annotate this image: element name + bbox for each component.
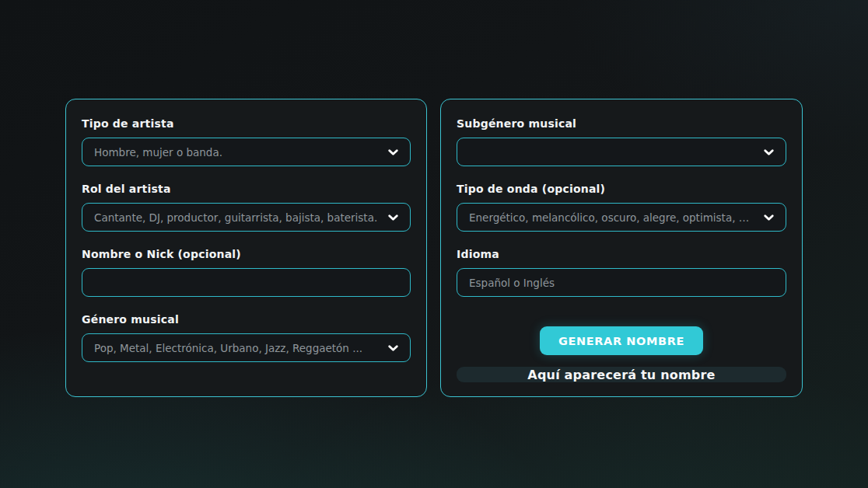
chevron-down-icon [387, 341, 400, 354]
tipo-de-onda-select[interactable]: Energético, melancólico, oscuro, alegre,… [457, 203, 786, 232]
tipo-de-artista-select[interactable]: Hombre, mujer o banda. [82, 138, 411, 166]
field-tipo-de-onda: Tipo de onda (opcional) Energético, mela… [457, 183, 786, 232]
rol-del-artista-label: Rol del artista [82, 183, 411, 196]
result-name-box: Aquí aparecerá tu nombre [457, 367, 786, 382]
subgenero-musical-label: Subgénero musical [457, 117, 786, 131]
chevron-down-icon [387, 211, 400, 224]
genero-musical-label: Género musical [82, 313, 411, 326]
nombre-nick-label: Nombre o Nick (opcional) [82, 248, 411, 261]
generator-panel: Subgénero musical Tipo de onda (opcional… [440, 99, 803, 397]
rol-del-artista-select[interactable]: Cantante, DJ, productor, guitarrista, ba… [82, 203, 411, 232]
chevron-down-icon [762, 145, 775, 159]
field-genero-musical: Género musical Pop, Metal, Electrónica, … [82, 313, 411, 362]
chevron-down-icon [762, 211, 775, 224]
page-background: Tipo de artista Hombre, mujer o banda. R… [0, 0, 868, 488]
select-placeholder: Hombre, mujer o banda. [94, 146, 379, 159]
field-nombre-nick: Nombre o Nick (opcional) [82, 248, 411, 297]
tipo-de-artista-label: Tipo de artista [82, 117, 411, 131]
subgenero-musical-select[interactable] [457, 138, 786, 166]
nombre-nick-field [82, 268, 411, 297]
idioma-label: Idioma [457, 248, 786, 261]
idioma-field [457, 268, 786, 297]
field-rol-del-artista: Rol del artista Cantante, DJ, productor,… [82, 183, 411, 232]
artist-form-panel: Tipo de artista Hombre, mujer o banda. R… [65, 99, 427, 397]
tipo-de-onda-label: Tipo de onda (opcional) [457, 183, 786, 196]
idioma-input[interactable] [469, 269, 774, 296]
genero-musical-select[interactable]: Pop, Metal, Electrónica, Urbano, Jazz, R… [82, 333, 411, 362]
generate-button-row: GENERAR NOMBRE [457, 326, 786, 355]
field-idioma: Idioma [457, 248, 786, 297]
nombre-nick-input[interactable] [94, 269, 398, 296]
select-placeholder: Cantante, DJ, productor, guitarrista, ba… [94, 211, 379, 224]
field-subgenero-musical: Subgénero musical [457, 117, 786, 166]
field-tipo-de-artista: Tipo de artista Hombre, mujer o banda. [82, 117, 411, 166]
chevron-down-icon [387, 145, 400, 159]
select-placeholder: Energético, melancólico, oscuro, alegre,… [469, 211, 754, 224]
select-placeholder: Pop, Metal, Electrónica, Urbano, Jazz, R… [94, 342, 379, 354]
generar-nombre-button[interactable]: GENERAR NOMBRE [540, 326, 703, 355]
